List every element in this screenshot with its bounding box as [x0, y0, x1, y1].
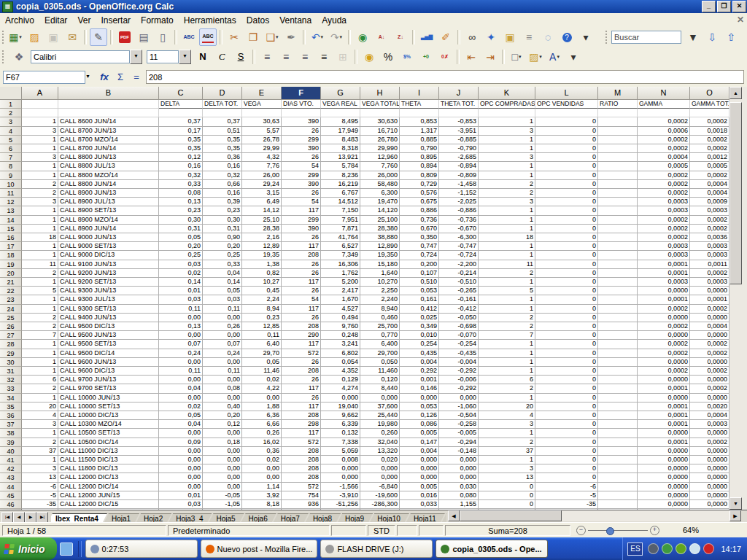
row-header-1[interactable]: 1 [0, 100, 22, 109]
cell-E3[interactable]: 30,63 [242, 117, 282, 126]
cell-G46[interactable]: -51,256 [321, 500, 360, 509]
cell-H33[interactable]: 8,440 [360, 384, 400, 393]
cell-K23[interactable]: 1 [479, 295, 535, 304]
cell-H10[interactable]: 58,480 [360, 180, 400, 189]
cell-J1[interactable]: THETA TOT. [439, 100, 479, 109]
cell-H44[interactable]: -6,840 [360, 483, 400, 491]
cell-N44[interactable]: 0,0000 [638, 483, 690, 491]
cell-H26[interactable]: 25,700 [360, 322, 400, 331]
cell-H21[interactable]: 10,270 [360, 278, 400, 287]
cell-F27[interactable]: 290 [282, 331, 321, 340]
cell-G45[interactable]: -3,910 [321, 491, 360, 500]
cell-L27[interactable]: 0 [535, 331, 598, 340]
cell-A27[interactable]: 7 [22, 331, 58, 340]
cell-D19[interactable]: 0,33 [203, 260, 242, 269]
cell-F36[interactable]: 208 [282, 411, 321, 420]
cell-C2[interactable] [159, 109, 203, 117]
cell-L26[interactable]: 0 [535, 322, 598, 331]
decrease-indent-icon[interactable]: ⇤ [462, 48, 480, 66]
cell-C36[interactable]: 0,05 [159, 411, 203, 420]
cell-A35[interactable]: 20 [22, 402, 58, 411]
cell-K28[interactable]: 1 [479, 340, 535, 349]
cell-B8[interactable]: CALL 8800 JUL/13 [58, 162, 159, 171]
cell-F41[interactable]: 208 [282, 456, 321, 464]
toolbar-grip[interactable] [2, 31, 4, 44]
cell-H37[interactable]: 19,980 [360, 420, 400, 429]
cell-A14[interactable]: 1 [22, 216, 58, 225]
draw-functions-icon[interactable]: ✐ [437, 28, 454, 46]
row-header-31[interactable]: 31 [0, 367, 22, 376]
cell-D4[interactable]: 0,51 [203, 127, 242, 136]
cell-I16[interactable]: 0,350 [400, 233, 439, 242]
cell-J45[interactable]: 0,080 [439, 491, 479, 500]
cell-B5[interactable]: CALL 8700 MZO/14 [58, 136, 159, 144]
cell-H34[interactable]: 0,000 [360, 394, 400, 402]
cell-D9[interactable]: 0,32 [203, 171, 242, 180]
pdf-export-icon[interactable]: PDF [116, 28, 133, 46]
cell-G2[interactable] [321, 109, 360, 117]
cell-B41[interactable]: CALL 11500 DIC/13 [58, 456, 159, 464]
cell-C18[interactable]: 0,25 [159, 251, 203, 260]
row-header-36[interactable]: 36 [0, 411, 22, 420]
cell-G41[interactable]: 0,008 [321, 456, 360, 464]
column-header-D[interactable]: D [203, 87, 242, 100]
cell-A1[interactable] [22, 100, 58, 109]
dropdown-arrow-icon[interactable]: ▾ [19, 34, 22, 40]
cell-O21[interactable]: 0,0003 [690, 278, 729, 287]
cell-A46[interactable]: -35 [22, 500, 58, 509]
find-replace-icon[interactable]: ∞ [463, 28, 481, 46]
format-paintbrush-icon[interactable]: ✒ [282, 28, 300, 46]
cell-G35[interactable]: 19,040 [321, 402, 360, 411]
cell-B9[interactable]: CALL 8800 MZO/14 [58, 171, 159, 180]
cell-K36[interactable]: 4 [479, 411, 535, 420]
cell-O9[interactable]: 0,0002 [690, 171, 729, 180]
cell-I18[interactable]: 0,724 [400, 251, 439, 260]
cell-L9[interactable]: 0 [535, 171, 598, 180]
cell-A32[interactable]: 6 [22, 376, 58, 384]
cell-I30[interactable]: 0,004 [400, 358, 439, 367]
cell-O8[interactable]: 0,0005 [690, 162, 729, 171]
name-box-dropdown-icon[interactable]: ▼ [85, 71, 96, 84]
cell-N12[interactable]: 0,0003 [638, 198, 690, 206]
column-header-O[interactable]: O [690, 87, 729, 100]
menu-herramientas[interactable]: Herramientas [179, 14, 241, 27]
cell-M5[interactable] [598, 136, 638, 144]
scroll-left-icon[interactable]: ◀ [448, 510, 460, 521]
cell-B42[interactable]: CALL 11800 DIC/13 [58, 464, 159, 473]
cell-F3[interactable]: 390 [282, 117, 321, 126]
cell-C31[interactable]: 0,11 [159, 367, 203, 376]
cell-H7[interactable]: 12,960 [360, 153, 400, 162]
cell-B36[interactable]: CALL 10000 DIC/13 [58, 411, 159, 420]
cell-M30[interactable] [598, 358, 638, 367]
cell-C26[interactable]: 0,13 [159, 322, 203, 331]
cell-D14[interactable]: 0,30 [203, 216, 242, 225]
cell-L17[interactable]: 0 [535, 242, 598, 251]
cell-J16[interactable]: -6,300 [439, 233, 479, 242]
cell-L6[interactable]: 0 [535, 144, 598, 153]
cell-K5[interactable]: 1 [479, 136, 535, 144]
cell-L19[interactable]: 0 [535, 260, 598, 269]
cell-F15[interactable]: 390 [282, 225, 321, 233]
cell-J43[interactable]: 0,000 [439, 473, 479, 482]
menu-insertar[interactable]: Insertar [96, 14, 136, 27]
cell-E42[interactable]: 0,00 [242, 464, 282, 473]
cell-J46[interactable]: 1,155 [439, 500, 479, 509]
cell-F38[interactable]: 117 [282, 429, 321, 438]
cell-E33[interactable]: 4,22 [242, 384, 282, 393]
cell-M43[interactable] [598, 473, 638, 482]
cell-I15[interactable]: 0,670 [400, 225, 439, 233]
cell-K22[interactable]: 5 [479, 287, 535, 295]
cell-J12[interactable]: -2,025 [439, 198, 479, 206]
cell-C7[interactable]: 0,12 [159, 153, 203, 162]
cell-L37[interactable]: 0 [535, 420, 598, 429]
cell-G8[interactable]: 5,784 [321, 162, 360, 171]
cell-K30[interactable]: 1 [479, 358, 535, 367]
dropdown-arrow-icon[interactable]: ▾ [519, 54, 522, 60]
cell-O6[interactable]: 0,0002 [690, 144, 729, 153]
cell-F45[interactable]: 754 [282, 491, 321, 500]
cell-M44[interactable] [598, 483, 638, 491]
cell-B18[interactable]: CALL 9000 DIC/13 [58, 251, 159, 260]
menu-archivo[interactable]: Archivo [0, 14, 39, 27]
cell-H5[interactable]: 26,780 [360, 136, 400, 144]
cell-J29[interactable]: -0,435 [439, 349, 479, 358]
